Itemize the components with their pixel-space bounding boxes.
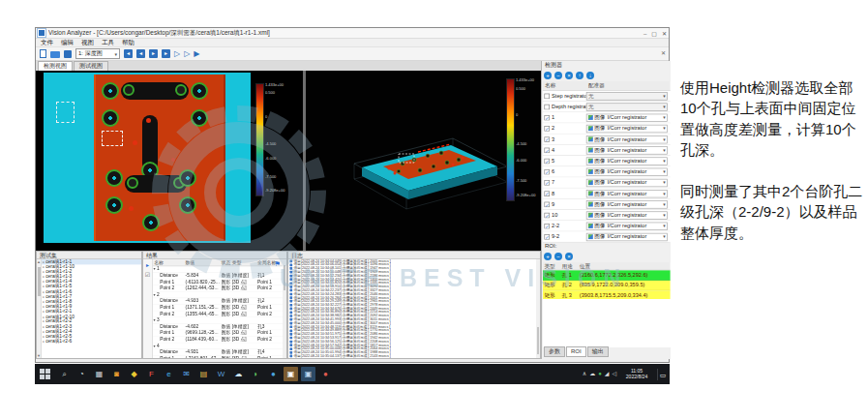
results-scrollbar[interactable] [283,259,286,358]
registrator-dropdown[interactable]: 图像I/Corr registrator▾ [586,200,668,208]
move-down-button[interactable]: ↓ [586,72,594,79]
registrator-dropdown[interactable]: 图像I/Corr registrator▾ [586,232,668,240]
pdf-app-icon[interactable]: F [144,367,159,381]
meeting-app-icon[interactable]: ● [318,367,333,381]
registrator-dropdown[interactable]: 图像I/Corr registrator▾ [586,222,668,229]
registrator-row[interactable]: ✓9-2图像I/Corr registrator▾ [543,231,671,242]
scroll-thumb[interactable] [38,267,41,296]
toolbar-close-icon[interactable]: ✕ [661,49,666,56]
wechat-icon[interactable]: ◗ [249,367,263,381]
nav-prev-icon[interactable]: ◂ [136,49,145,58]
registrator-dropdown[interactable]: 图像I/Corr registrator▾ [586,178,668,186]
registrator-row[interactable]: ✓4图像I/Corr registrator▾ [543,145,671,156]
registrator-dropdown[interactable]: 图像I/Corr registrator▾ [586,113,668,121]
checkbox[interactable]: ✓ [544,191,550,196]
registrator-dropdown[interactable]: 图像I/Corr registrator▾ [586,190,668,197]
registrator-dropdown[interactable]: 图像I/Corr registrator▾ [586,167,668,175]
close-button[interactable]: ✕ [662,30,667,37]
edge-icon[interactable]: e [162,367,176,381]
file-explorer-icon[interactable]: ▤ [196,367,211,381]
roi-selection-box[interactable] [102,131,123,146]
checkbox[interactable]: ✓ [544,224,550,229]
panel-tab[interactable]: 参数 [544,346,565,357]
registrator-row[interactable]: ✓6图像I/Corr registrator▾ [543,166,671,177]
registrator-row[interactable]: ✓2图像I/Corr registrator▾ [543,123,671,134]
open-folder-icon[interactable] [50,51,60,58]
new-file-icon[interactable] [40,49,46,58]
view-tab[interactable]: 检测视图 [38,61,73,71]
checkbox[interactable]: ✓ [544,136,550,142]
registrator-row[interactable]: ✓10图像I/Corr registrator▾ [543,210,671,221]
view-tab[interactable]: 测试视图 [74,61,108,71]
registrator-row[interactable]: ✓3图像I/Corr registrator▾ [543,135,671,145]
task-view-icon[interactable]: ▦ [92,367,106,381]
tray-status-icon[interactable]: ● [598,367,602,381]
registrator-row[interactable]: ✓1图像I/Corr registrator▾ [543,112,671,123]
add-registrator-button[interactable]: + [544,72,552,79]
registrator-row[interactable]: ✓2-2图像I/Corr registrator▾ [543,221,671,231]
mail-app-icon[interactable]: ✉ [179,367,194,381]
registrator-row[interactable]: ✓7图像I/Corr registrator▾ [543,177,671,188]
panel-tab[interactable]: ROI [566,346,586,357]
registrator-row[interactable]: ✓9图像I/Corr registrator▾ [543,199,671,210]
registrator-dropdown[interactable]: 图像I/Corr registrator▾ [586,211,668,219]
tree-row[interactable]: Distance-4.933数值 [单精度]孔2 [153,298,283,305]
menu-item[interactable]: 工具 [102,39,114,47]
registrator-dropdown[interactable]: 图像I/Corr registrator▾ [586,124,668,132]
maximize-button[interactable]: ▢ [651,30,657,37]
checkbox[interactable] [544,93,550,99]
minimize-button[interactable]: – [644,31,646,37]
roi-row[interactable]: 矩形孔 3(3903.8,1715.5,209.0,334.4) [543,290,671,299]
registrator-row[interactable]: Step registrator无▾ [543,91,671,102]
checkbox[interactable]: ✓ [544,115,550,121]
log-scrollbar[interactable] [536,259,540,358]
tray-volume-icon[interactable]: ◁ [612,367,616,381]
remove-roi-button[interactable]: − [554,253,562,260]
checkbox[interactable]: ✓ [544,126,550,132]
start-button[interactable] [38,368,51,381]
tray-network-icon[interactable]: ◢ [605,367,610,381]
run-icon[interactable]: ▷ [174,49,180,59]
tray-cloud-icon[interactable]: ☁ [589,367,595,381]
save-icon[interactable] [64,50,72,58]
tree-row[interactable]: Point 1(-7161.801,-47...图形 [3D 点]Point 1 [153,356,283,358]
remove-registrator-button[interactable]: − [554,72,562,79]
nav-next-icon[interactable]: ▸ [149,49,158,58]
tree-row[interactable]: Point 1(-6110.820,-25...图形 [3D 点]Point 1 [153,279,283,285]
remote-app-icon[interactable]: ▣ [301,367,315,381]
roi-selection-box[interactable] [56,102,75,123]
notification-center-icon[interactable]: ▭ [657,369,668,380]
checkbox[interactable]: ✓ [544,212,550,218]
flag-icon[interactable]: ⚑ [275,260,281,268]
tree-row[interactable]: Point 2(1184.439,-60...图形 [3D 点]Point 2 [153,337,283,344]
viewport-3d[interactable]: 1.433e+000.5000-4.500-6.000-7.500-9.208e… [306,71,541,251]
roi-row[interactable]: 矩形孔 1(2160.6,1772.2,326.5,292.6) [543,270,671,281]
panel-tab[interactable]: 输出 [587,346,609,357]
nav-first-icon[interactable]: ◂ [124,49,133,58]
checkbox[interactable] [544,104,550,109]
taskbar-clock[interactable]: 11:05 2022/8/24 [624,369,649,379]
tree-row[interactable]: Point 2(1262.444,-53...图形 [3D 点]Point 2 [153,285,283,292]
viewport-2d[interactable]: 1.433e+000.5000-4.500-6.000-7.500-9.208e… [36,71,303,251]
checkbox[interactable]: ✓ [544,234,550,240]
move-up-button[interactable]: ↑ [576,72,584,79]
checkbox[interactable]: ✓ [544,158,550,164]
checkbox[interactable]: ✓ [544,147,550,153]
tree-row[interactable]: Point 1(9699.128,-25...图形 [3D 点]Point 1 [153,330,283,337]
cortana-icon[interactable]: ◔ [75,367,89,381]
menu-item[interactable]: 编辑 [61,39,74,47]
registrator-row[interactable]: Depth registrator无▾ [543,102,671,112]
onedrive-icon[interactable]: ☁ [231,367,246,381]
checkbox[interactable]: ✓ [544,201,550,207]
roi-row[interactable]: 矩形孔 2(835.9,1722.0,209.0,359.5) [543,281,671,291]
registrator-dropdown[interactable]: 图像I/Corr registrator▾ [586,157,668,165]
add-roi-button[interactable]: + [544,253,552,260]
clear-roi-button[interactable]: × [565,253,573,260]
registrator-dropdown[interactable]: 无▾ [586,103,668,110]
menu-item[interactable]: 文件 [41,39,53,47]
view-select[interactable]: 1: 深度图▾ [75,48,120,59]
menu-item[interactable]: 视图 [81,39,94,47]
registrator-dropdown[interactable]: 图像I/Corr registrator▾ [586,146,668,154]
checkbox[interactable]: ✓ [544,169,550,175]
search-icon[interactable]: ⌕ [57,367,72,381]
